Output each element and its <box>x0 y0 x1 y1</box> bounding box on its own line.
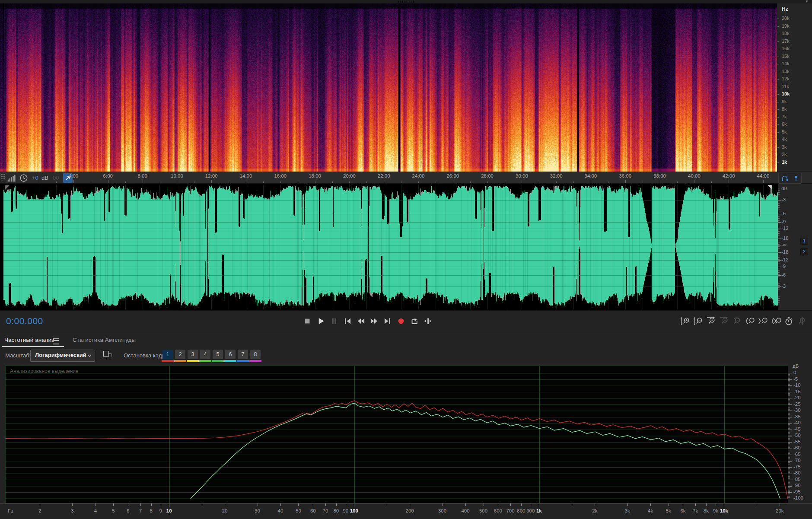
loop-playback-button[interactable] <box>409 315 420 327</box>
play-button[interactable] <box>315 315 326 327</box>
freq-axis-label: 800 <box>517 508 525 513</box>
skip-to-start-button[interactable] <box>342 315 353 327</box>
record-button[interactable] <box>395 315 407 327</box>
time-label: 8:00 <box>137 173 147 178</box>
ruler-tick <box>487 181 488 183</box>
scale-dropdown[interactable]: Логарифмический <box>30 350 95 362</box>
zoom-in-vertical-button[interactable] <box>679 315 691 327</box>
freq-axis-tick <box>140 503 141 506</box>
channel-1-badge[interactable]: 1 <box>800 238 808 245</box>
time-label: 28:00 <box>481 173 494 178</box>
pause-button[interactable] <box>328 315 340 327</box>
ruler-tick <box>436 181 436 183</box>
freq-label: 15k <box>782 54 790 59</box>
freq-axis-tick <box>669 503 669 506</box>
hold-button-1[interactable]: 1 <box>162 350 173 359</box>
zoom-out-vertical-button[interactable] <box>692 315 704 327</box>
ruler-tick <box>539 181 539 183</box>
hold-button-4[interactable]: 4 <box>200 350 210 359</box>
rewind-button[interactable] <box>355 315 366 327</box>
freq-axis-label: 700 <box>506 508 514 513</box>
tab-amplitude-statistics[interactable]: Статистика Амплитуды <box>73 337 136 343</box>
frequency-analysis-plot[interactable]: Анализированое выделение <box>5 366 788 504</box>
db-tick-label: -5 <box>793 376 798 382</box>
ruler-tick <box>298 181 298 183</box>
amplitude-label: -3 <box>781 197 786 202</box>
level-meter-icon[interactable] <box>6 173 16 183</box>
freq-axis-label: 9 <box>159 508 162 513</box>
copy-snapshot-button[interactable] <box>103 350 111 359</box>
freq-axis-label: 6 <box>127 508 129 513</box>
zoom-to-out-point-icon <box>757 315 768 327</box>
db-tick-label: -25 <box>793 401 801 407</box>
amplitude-scale-ruler[interactable]: dB -3-6-9-12-18-∞-18-12-9-6-3 <box>778 184 812 310</box>
ruler-tick <box>143 180 143 183</box>
tab-frequency-analysis[interactable]: Частотный анализ <box>4 337 54 343</box>
hold-button-6[interactable]: 6 <box>225 350 236 359</box>
zoom-to-in-point-button[interactable] <box>744 315 755 327</box>
freq-label: 2k <box>782 152 787 157</box>
fast-forward-button[interactable] <box>369 315 380 327</box>
freq-axis-label: 3k <box>625 508 630 513</box>
amplitude-label: -9 <box>781 219 786 224</box>
time-label: 18:00 <box>309 173 321 178</box>
freq-axis-tick <box>336 503 337 506</box>
zoom-to-out-point-button[interactable] <box>757 315 768 327</box>
freq-axis-label: 30 <box>255 508 260 513</box>
hold-button-7[interactable]: 7 <box>238 350 248 359</box>
ruler-tick <box>349 181 350 183</box>
freq-axis-tick <box>280 503 281 506</box>
spectrogram-display[interactable] <box>0 3 777 172</box>
freq-axis-label: 80 <box>333 508 339 513</box>
time-ruler[interactable]: 4:006:008:0010:0012:0014:0016:0018:0020:… <box>76 172 776 183</box>
headphones-icon[interactable] <box>780 174 789 183</box>
freq-axis-tick <box>151 503 152 506</box>
hold-button-2[interactable]: 2 <box>175 350 185 359</box>
hold-button-8[interactable]: 8 <box>250 350 261 359</box>
freq-label: 16k <box>782 46 790 51</box>
corner-grip-top-right-icon[interactable] <box>767 185 772 190</box>
db-tick-label: -15 <box>793 389 801 394</box>
panel-menu-icon[interactable]: ▼ <box>805 0 809 3</box>
zoom-reset-button[interactable] <box>731 315 742 327</box>
waveform-display[interactable] <box>3 185 778 309</box>
ruler-tick <box>160 181 160 183</box>
play-icon <box>315 315 326 327</box>
freq-tick <box>777 34 779 34</box>
freq-axis-label: 1k <box>536 508 542 513</box>
gain-readout[interactable]: +0 <box>32 175 38 181</box>
frequency-unit-label: Hz <box>782 6 788 12</box>
freq-axis-minor-tick <box>387 503 387 505</box>
ruler-tick <box>556 181 557 183</box>
freq-label: 11k <box>782 84 789 89</box>
clock-icon[interactable] <box>19 173 29 183</box>
gain-unit-label: dB <box>41 175 48 181</box>
panel-hamburger-icon[interactable] <box>53 338 59 344</box>
freq-axis-tick <box>498 503 498 506</box>
freq-axis-label: 6k <box>680 508 685 513</box>
timed-recording-button[interactable] <box>783 315 794 327</box>
skip-selection-button[interactable] <box>422 315 433 327</box>
zoom-out-horizontal-button[interactable] <box>718 315 729 327</box>
freq-axis-tick <box>354 503 354 507</box>
hold-button-3[interactable]: 3 <box>188 350 198 359</box>
freq-tick <box>777 57 779 57</box>
hold-button-5[interactable]: 5 <box>213 350 223 359</box>
metronome-pin-icon[interactable] <box>792 175 800 182</box>
frequency-scale-ruler[interactable]: Hz 20k19k18k17k16k15k14k13k12k11k10k9k8k… <box>777 3 812 172</box>
amplitude-label: -12 <box>781 226 789 231</box>
time-display[interactable]: 0:00.000 <box>6 316 43 326</box>
stop-button[interactable] <box>302 315 313 327</box>
hold-color-swatch <box>162 360 174 362</box>
corner-grip-top-left-icon[interactable] <box>5 185 10 190</box>
panel-drag-handle[interactable] <box>397 1 414 3</box>
ruler-tick <box>625 180 626 183</box>
channel-2-badge[interactable]: 2 <box>800 248 808 255</box>
skip-to-end-button[interactable] <box>382 315 393 327</box>
zoom-full-button[interactable] <box>796 315 807 327</box>
zoom-in-horizontal-button[interactable] <box>705 315 716 327</box>
timeline-grip-handle[interactable] <box>1 173 5 182</box>
ruler-tick <box>384 181 384 183</box>
zoom-to-selection-button[interactable] <box>770 315 781 327</box>
db-tick-label: -70 <box>793 458 801 463</box>
